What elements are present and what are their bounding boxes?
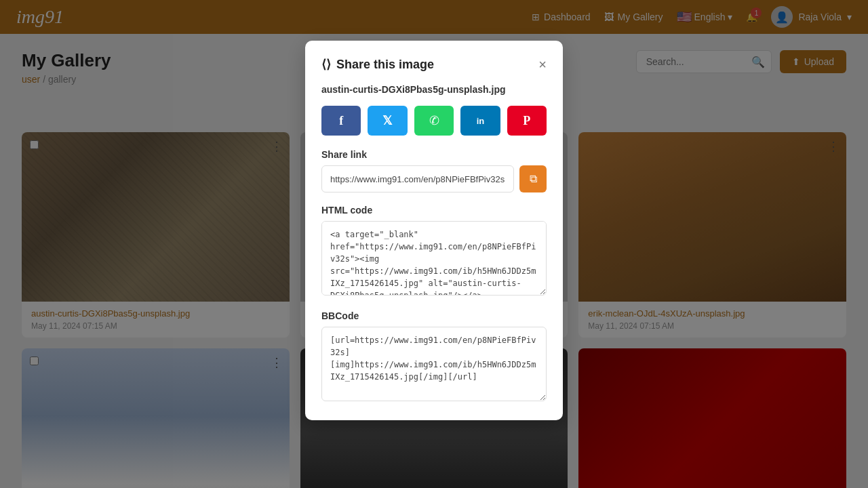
- linkedin-icon: in: [477, 116, 485, 126]
- whatsapp-share-button[interactable]: ✆: [414, 106, 454, 136]
- modal-overlay[interactable]: ⟨⟩ Share this image × austin-curtis-DGXi…: [0, 0, 868, 488]
- twitter-icon: 𝕏: [382, 113, 393, 128]
- copy-link-button[interactable]: ⧉: [519, 165, 547, 192]
- modal-header: ⟨⟩ Share this image ×: [321, 57, 547, 72]
- pinterest-share-button[interactable]: P: [507, 106, 547, 136]
- copy-icon: ⧉: [530, 173, 537, 185]
- linkedin-share-button[interactable]: in: [460, 106, 500, 136]
- pinterest-icon: P: [523, 114, 530, 128]
- modal-title: ⟨⟩ Share this image: [321, 57, 434, 72]
- whatsapp-icon: ✆: [429, 113, 439, 128]
- facebook-icon: f: [339, 114, 343, 128]
- share-link-row: ⧉: [321, 165, 547, 192]
- social-buttons: f 𝕏 ✆ in P: [321, 106, 547, 136]
- bbcode-label: BBCode: [321, 310, 547, 321]
- modal-close-button[interactable]: ×: [538, 58, 547, 71]
- share-icon: ⟨⟩: [321, 57, 331, 72]
- modal-filename: austin-curtis-DGXi8Pbas5g-unsplash.jpg: [321, 84, 547, 95]
- share-modal: ⟨⟩ Share this image × austin-curtis-DGXi…: [305, 41, 563, 420]
- modal-title-text: Share this image: [336, 58, 434, 72]
- share-link-label: Share link: [321, 149, 547, 160]
- html-code-textarea[interactable]: <a target="_blank" href="https://www.img…: [321, 221, 547, 296]
- facebook-share-button[interactable]: f: [321, 106, 361, 136]
- bbcode-textarea[interactable]: [url=https://www.img91.com/en/p8NPieFBfP…: [321, 327, 547, 401]
- html-code-label: HTML code: [321, 205, 547, 216]
- twitter-share-button[interactable]: 𝕏: [368, 106, 407, 136]
- share-link-input[interactable]: [321, 165, 514, 192]
